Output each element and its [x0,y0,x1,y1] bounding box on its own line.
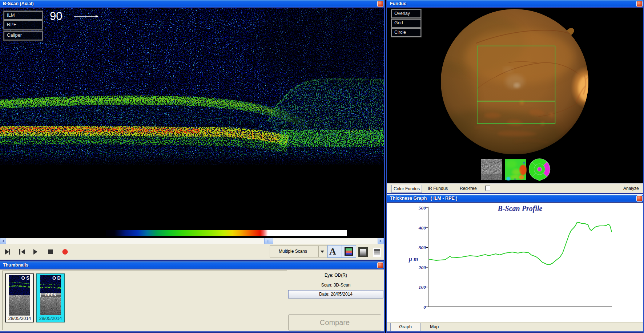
svg-text:μ m: μ m [408,256,418,263]
svg-text:100: 100 [419,284,426,290]
svg-text:28/05/2014: 28/05/2014 [39,316,62,321]
svg-text:O D: O D [52,275,61,281]
svg-text:0: 0 [423,304,426,310]
svg-text:200: 200 [418,265,426,270]
svg-text:O S: O S [21,275,30,281]
svg-text:28/05/2014: 28/05/2014 [8,316,31,321]
svg-text:500: 500 [419,205,426,211]
svg-text:B-Scan Profile: B-Scan Profile [498,204,543,213]
svg-text:OPEN: OPEN [45,293,56,297]
svg-text:400: 400 [418,225,426,231]
svg-text:300: 300 [418,245,426,250]
